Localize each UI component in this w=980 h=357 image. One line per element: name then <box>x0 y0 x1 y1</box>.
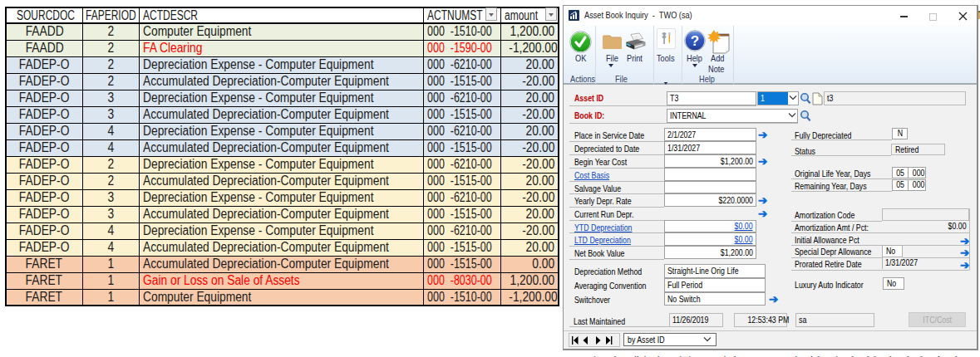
svg-text:?: ? <box>691 33 699 49</box>
